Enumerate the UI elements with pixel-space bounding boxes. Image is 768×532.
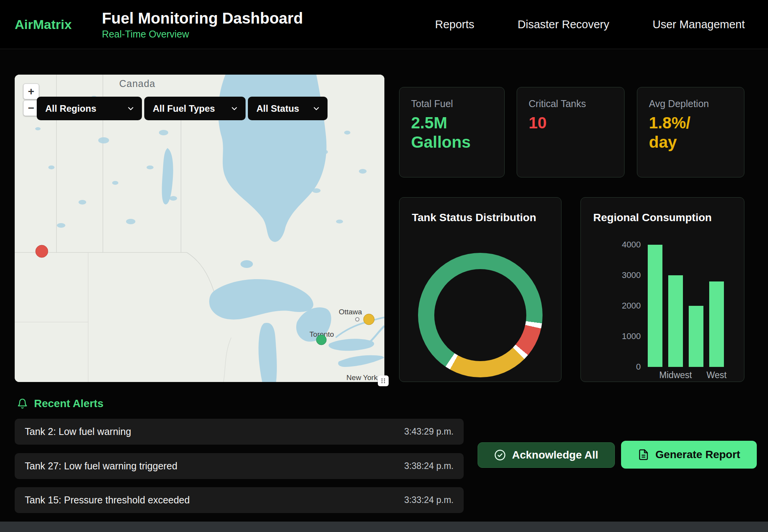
x-tick-label: West (709, 370, 724, 380)
map-label-ottawa: Ottawa (339, 308, 362, 316)
nav-reports[interactable]: Reports (435, 18, 474, 31)
acknowledge-all-label: Acknowledge All (512, 449, 598, 461)
stat-card-avg-depletion: Avg Depletion 1.8%/ day (637, 87, 744, 177)
recent-alerts-heading: Recent Alerts (17, 397, 103, 410)
status-filter-value: All Status (256, 103, 299, 114)
status-filter[interactable]: All Status (248, 97, 328, 120)
map-panel[interactable]: Canada Ottawa Toronto New York + − All R… (15, 75, 384, 382)
nav-disaster-recovery[interactable]: Disaster Recovery (518, 18, 609, 31)
grip-dots-icon (380, 378, 386, 384)
map-town-dot (356, 318, 359, 321)
bar-xaxis: MidwestWest (648, 370, 724, 380)
check-circle-icon (494, 449, 506, 461)
main-nav: Reports Disaster Recovery User Managemen… (435, 18, 745, 31)
map-resize-handle[interactable] (378, 375, 389, 386)
regional-consumption-title: Regional Consumption (593, 211, 712, 224)
chevron-down-icon (230, 104, 239, 113)
app-logo[interactable]: AirMatrix (15, 17, 72, 32)
recent-alerts-label: Recent Alerts (34, 397, 103, 410)
alert-row[interactable]: Tank 15: Pressure threshold exceeded 3:3… (15, 487, 464, 513)
header: AirMatrix Fuel Monitoring Dashboard Real… (0, 0, 768, 49)
acknowledge-all-button[interactable]: Acknowledge All (478, 442, 615, 468)
doughnut-hole (434, 269, 526, 361)
stat-label: Critical Tanks (529, 98, 613, 109)
alert-time: 3:33:24 p.m. (404, 495, 454, 505)
stat-label: Avg Depletion (649, 98, 732, 109)
stat-label: Total Fuel (411, 98, 493, 109)
map-label-canada: Canada (119, 78, 155, 89)
alert-time: 3:43:29 p.m. (404, 426, 454, 437)
y-tick-label: 0 (604, 362, 641, 372)
page-title: Fuel Monitoring Dashboard (102, 9, 303, 27)
fuel-type-filter[interactable]: All Fuel Types (144, 97, 246, 120)
document-icon (638, 449, 649, 460)
y-tick-label: 1000 (604, 332, 641, 341)
y-tick-label: 4000 (604, 240, 641, 249)
alert-text: Tank 2: Low fuel warning (25, 426, 131, 437)
doughnut-chart (418, 253, 543, 377)
bar-West (709, 281, 724, 367)
tank-status-card: Tank Status Distribution (399, 197, 561, 382)
nav-user-management[interactable]: User Management (652, 18, 745, 31)
y-tick-label: 2000 (604, 301, 641, 310)
map-label-new-york: New York (346, 373, 378, 382)
chevron-down-icon (312, 104, 321, 113)
stat-card-total-fuel: Total Fuel 2.5M Gallons (399, 87, 505, 177)
title-block: Fuel Monitoring Dashboard Real-Time Over… (102, 9, 303, 40)
fuel-type-filter-value: All Fuel Types (153, 103, 215, 114)
bar-Midwest (668, 275, 683, 367)
y-tick-label: 3000 (604, 271, 641, 280)
alert-row[interactable]: Tank 27: Low fuel warning triggered 3:38… (15, 453, 464, 479)
map-marker-critical[interactable] (36, 245, 48, 257)
chevron-down-icon (126, 104, 135, 113)
alert-text: Tank 15: Pressure threshold exceeded (25, 494, 190, 506)
x-tick-label (689, 370, 703, 380)
stat-value-avg-depletion: 1.8%/ day (649, 113, 717, 152)
alert-text: Tank 27: Low fuel warning triggered (25, 460, 177, 472)
stat-value-total-fuel: 2.5M Gallons (411, 113, 479, 152)
region-filter[interactable]: All Regions (37, 97, 142, 120)
generate-report-label: Generate Report (655, 448, 740, 461)
alert-time: 3:38:24 p.m. (404, 461, 454, 471)
map-marker-warning[interactable] (364, 314, 374, 325)
bottom-bar (0, 522, 768, 532)
bell-icon (17, 398, 28, 409)
bar-col-1 (648, 245, 662, 367)
map-filters: All Regions All Fuel Types All Status (37, 97, 328, 120)
stat-card-critical-tanks: Critical Tanks 10 (517, 87, 625, 177)
alert-row[interactable]: Tank 2: Low fuel warning 3:43:29 p.m. (15, 419, 464, 445)
region-filter-value: All Regions (45, 103, 96, 114)
tank-status-title: Tank Status Distribution (412, 211, 536, 224)
x-tick-label: Midwest (668, 370, 683, 380)
page-subtitle: Real-Time Overview (102, 29, 303, 40)
map-canvas[interactable]: Canada Ottawa Toronto New York (15, 75, 384, 382)
map-marker-normal[interactable] (316, 335, 326, 345)
bar-plot (648, 245, 725, 367)
regional-consumption-card: Regional Consumption 01000200030004000 M… (580, 197, 744, 382)
bar-col-3 (689, 306, 703, 367)
bar-yaxis: 01000200030004000 (604, 245, 641, 367)
app-root: AirMatrix Fuel Monitoring Dashboard Real… (0, 0, 768, 532)
generate-report-button[interactable]: Generate Report (621, 441, 757, 469)
stat-value-critical-tanks: 10 (529, 113, 596, 133)
